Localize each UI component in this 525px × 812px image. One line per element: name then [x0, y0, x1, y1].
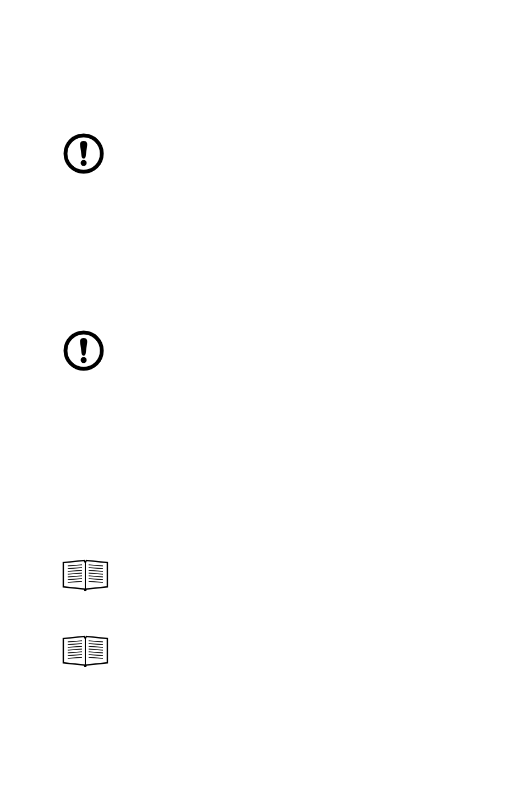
- svg-point-1: [81, 160, 87, 166]
- caution-circle-icon: [62, 132, 105, 175]
- book-icon: [62, 559, 108, 591]
- icon-column: [62, 329, 117, 372]
- icon-column: [62, 635, 117, 667]
- icon-column: [62, 132, 117, 175]
- section-reference-1: [62, 559, 464, 591]
- caution-circle-icon: [62, 329, 105, 372]
- section-caution-2: [62, 329, 464, 372]
- icon-column: [62, 559, 117, 591]
- section-reference-2: [62, 635, 464, 667]
- book-icon: [62, 635, 108, 667]
- section-caution-1: [62, 132, 464, 175]
- svg-point-3: [81, 357, 87, 363]
